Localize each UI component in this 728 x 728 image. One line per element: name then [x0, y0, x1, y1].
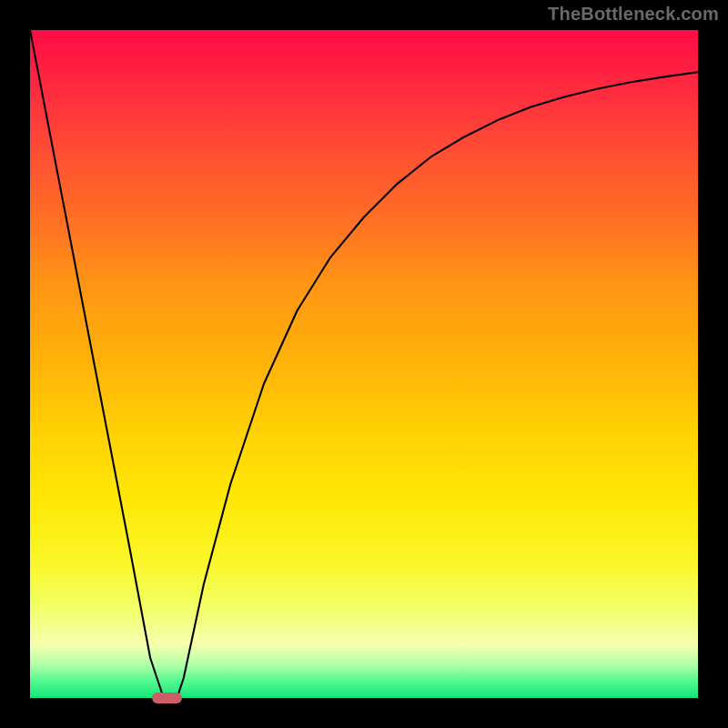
plot-area	[30, 30, 698, 698]
bottleneck-curve	[30, 30, 698, 698]
watermark-text: TheBottleneck.com	[548, 4, 719, 25]
optimum-marker	[152, 693, 183, 703]
curve-svg	[30, 30, 698, 698]
chart-frame: TheBottleneck.com	[0, 0, 728, 728]
